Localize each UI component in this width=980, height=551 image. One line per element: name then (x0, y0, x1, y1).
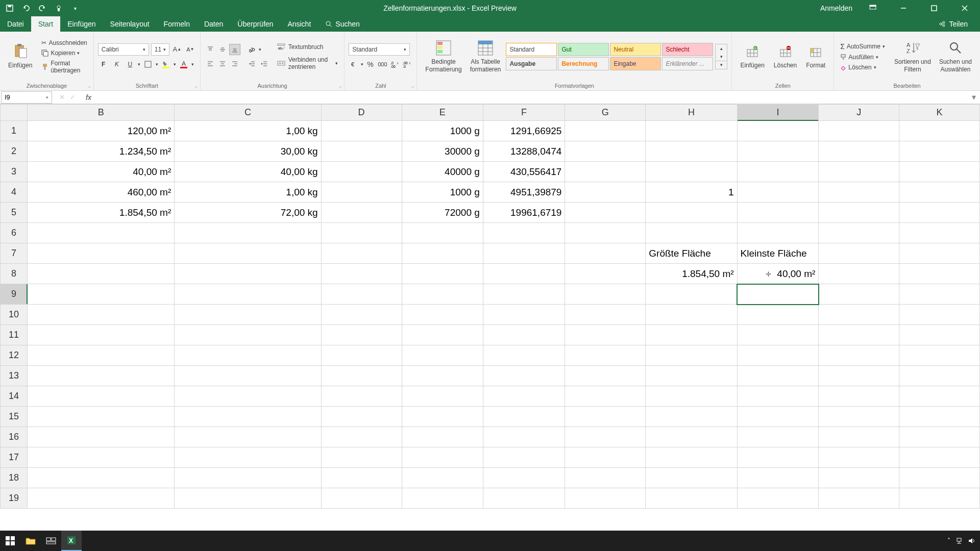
cancel-formula-icon[interactable]: ✕ (57, 93, 67, 101)
column-header-G[interactable]: G (565, 105, 646, 121)
cell-I10[interactable] (737, 305, 819, 325)
cell-G2[interactable] (565, 141, 646, 162)
cell-D8[interactable] (321, 264, 402, 284)
cell-C16[interactable] (175, 427, 321, 447)
cell-C9[interactable] (175, 284, 321, 305)
cell-I3[interactable] (737, 162, 819, 182)
save-icon[interactable] (5, 4, 14, 13)
cell-E3[interactable]: 40000 g (402, 162, 483, 182)
cell-H4[interactable]: 1 (646, 182, 737, 203)
alignment-launcher-icon[interactable]: ⌐ (339, 84, 342, 89)
row-header-4[interactable]: 4 (1, 182, 28, 203)
cell-I2[interactable] (737, 141, 819, 162)
cell-F2[interactable]: 13288,0474 (483, 141, 565, 162)
cell-B10[interactable] (28, 305, 175, 325)
tell-me-search[interactable]: Suchen (318, 16, 366, 32)
column-header-H[interactable]: H (646, 105, 737, 121)
cell-D17[interactable] (321, 447, 402, 468)
wrap-text-button[interactable]: abTextumbruch (275, 41, 340, 53)
cell-C6[interactable] (175, 223, 321, 243)
align-top-icon[interactable] (205, 44, 216, 55)
row-header-10[interactable]: 10 (1, 305, 28, 325)
format-painter-button[interactable]: Format übertragen (39, 59, 89, 75)
cell-E14[interactable] (402, 386, 483, 407)
underline-icon[interactable]: U (125, 59, 136, 70)
tray-up-icon[interactable]: ˄ (947, 537, 950, 544)
accept-formula-icon[interactable]: ✓ (68, 93, 78, 101)
cell-G15[interactable] (565, 407, 646, 427)
cell-K5[interactable] (899, 203, 980, 223)
cell-G4[interactable] (565, 182, 646, 203)
cell-K19[interactable] (899, 488, 980, 509)
cell-H8[interactable]: 1.854,50 m² (646, 264, 737, 284)
row-header-3[interactable]: 3 (1, 162, 28, 182)
cell-E4[interactable]: 1000 g (402, 182, 483, 203)
teilen-button[interactable]: Teilen (932, 20, 975, 28)
cell-B15[interactable] (28, 407, 175, 427)
cell-B2[interactable]: 1.234,50 m² (28, 141, 175, 162)
maximize-icon[interactable] (924, 0, 944, 16)
cell-K4[interactable] (899, 182, 980, 203)
cut-button[interactable]: ✂Ausschneiden (39, 38, 89, 47)
row-header-2[interactable]: 2 (1, 141, 28, 162)
cell-F8[interactable] (483, 264, 565, 284)
cell-C12[interactable] (175, 345, 321, 366)
cell-D3[interactable] (321, 162, 402, 182)
cell-C8[interactable] (175, 264, 321, 284)
column-header-E[interactable]: E (402, 105, 483, 121)
cell-E12[interactable] (402, 345, 483, 366)
cell-H3[interactable] (646, 162, 737, 182)
cell-D14[interactable] (321, 386, 402, 407)
row-header-18[interactable]: 18 (1, 468, 28, 488)
cell-I12[interactable] (737, 345, 819, 366)
cell-F5[interactable]: 19961,6719 (483, 203, 565, 223)
spreadsheet-grid[interactable]: BCDEFGHIJK1120,00 m²1,00 kg1000 g1291,66… (0, 104, 980, 538)
cell-I11[interactable] (737, 325, 819, 345)
cell-F14[interactable] (483, 386, 565, 407)
align-left-icon[interactable] (205, 58, 216, 69)
cell-D2[interactable] (321, 141, 402, 162)
tab-ueberpruefen[interactable]: Überprüfen (230, 16, 280, 32)
cell-C14[interactable] (175, 386, 321, 407)
fill-button[interactable]: Ausfüllen▾ (838, 53, 887, 62)
cell-B13[interactable] (28, 366, 175, 386)
cell-G10[interactable] (565, 305, 646, 325)
cell-K13[interactable] (899, 366, 980, 386)
cell-K2[interactable] (899, 141, 980, 162)
format-cells-button[interactable]: Format (802, 41, 829, 71)
cell-J9[interactable] (819, 284, 899, 305)
fx-icon[interactable]: fx (83, 93, 94, 102)
cell-C10[interactable] (175, 305, 321, 325)
cell-D18[interactable] (321, 468, 402, 488)
cell-K11[interactable] (899, 325, 980, 345)
row-header-6[interactable]: 6 (1, 223, 28, 243)
merge-button[interactable]: Verbinden und zentrieren▾ (275, 54, 340, 72)
style-ausgabe[interactable]: Ausgabe (506, 57, 557, 70)
cell-J13[interactable] (819, 366, 899, 386)
cell-G1[interactable] (565, 121, 646, 141)
formula-input[interactable] (94, 91, 968, 104)
cell-I15[interactable] (737, 407, 819, 427)
cell-F13[interactable] (483, 366, 565, 386)
clipboard-launcher-icon[interactable]: ⌐ (89, 84, 91, 89)
cell-D16[interactable] (321, 427, 402, 447)
cell-F10[interactable] (483, 305, 565, 325)
cell-B1[interactable]: 120,00 m² (28, 121, 175, 141)
cell-F9[interactable] (483, 284, 565, 305)
cell-E17[interactable] (402, 447, 483, 468)
cell-F7[interactable] (483, 243, 565, 264)
column-header-B[interactable]: B (28, 105, 175, 121)
cell-B4[interactable]: 460,00 m² (28, 182, 175, 203)
cell-J15[interactable] (819, 407, 899, 427)
style-schlecht[interactable]: Schlecht (662, 43, 713, 56)
cell-E15[interactable] (402, 407, 483, 427)
cell-B19[interactable] (28, 488, 175, 509)
style-more-icon[interactable]: ▾ (716, 61, 727, 69)
cell-J8[interactable] (819, 264, 899, 284)
cell-G13[interactable] (565, 366, 646, 386)
start-button[interactable] (0, 531, 20, 551)
cell-H6[interactable] (646, 223, 737, 243)
fill-color-icon[interactable] (160, 59, 172, 70)
cell-H13[interactable] (646, 366, 737, 386)
row-header-12[interactable]: 12 (1, 345, 28, 366)
